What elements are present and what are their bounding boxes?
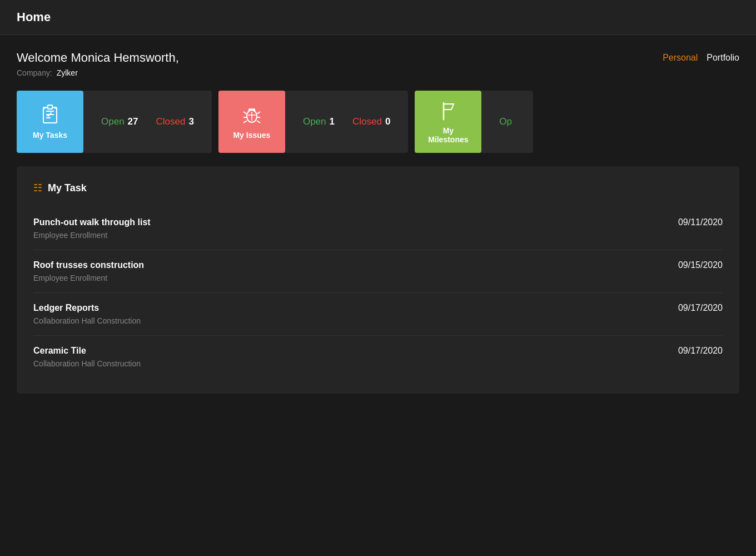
milestones-stats: Op — [481, 91, 533, 153]
task-info: Ledger Reports Collaboration Hall Constr… — [33, 303, 141, 325]
company-name: Zylker — [57, 68, 78, 77]
tasks-widget-label: My Tasks — [33, 131, 67, 140]
task-item[interactable]: Ceramic Tile Collaboration Hall Construc… — [33, 336, 723, 378]
my-milestones-icon-block: My Milestones — [415, 91, 481, 153]
personal-view-button[interactable]: Personal — [663, 53, 698, 63]
my-tasks-icon-block: My Tasks — [17, 91, 83, 153]
svg-line-10 — [243, 121, 247, 123]
svg-line-11 — [257, 121, 260, 123]
tasks-panel-header: ☷ My Task — [33, 182, 723, 194]
welcome-row: Welcome Monica Hemsworth, Company: Zylke… — [17, 51, 739, 77]
tasks-open-stat: Open 27 — [101, 116, 138, 127]
issues-closed-stat: Closed 0 — [352, 116, 390, 127]
milestones-widget-label: My Milestones — [424, 126, 472, 144]
issues-open-label: Open — [303, 116, 326, 127]
company-label: Company: — [17, 68, 52, 77]
milestones-open-label: Op — [499, 116, 512, 127]
svg-line-6 — [243, 112, 247, 114]
my-issues-widget[interactable]: My Issues Open 1 Closed 0 — [218, 91, 408, 153]
task-date: 09/15/2020 — [678, 260, 723, 270]
tasks-closed-label: Closed — [156, 116, 186, 127]
issues-open-stat: Open 1 — [303, 116, 335, 127]
welcome-greeting: Welcome Monica Hemsworth, — [17, 51, 179, 65]
task-name: Ledger Reports — [33, 303, 141, 313]
svg-line-7 — [257, 112, 260, 114]
svg-point-12 — [248, 108, 251, 111]
tasks-closed-stat: Closed 3 — [156, 116, 194, 127]
task-date: 09/17/2020 — [678, 346, 723, 356]
task-project: Employee Enrollment — [33, 274, 144, 282]
task-project: Collaboration Hall Construction — [33, 316, 141, 325]
page-title: Home — [17, 10, 51, 24]
task-info: Ceramic Tile Collaboration Hall Construc… — [33, 346, 141, 368]
issues-widget-label: My Issues — [233, 131, 270, 140]
issues-icon — [241, 104, 263, 126]
tasks-open-label: Open — [101, 116, 125, 127]
tasks-stats: Open 27 Closed 3 — [83, 91, 212, 153]
my-tasks-widget[interactable]: My Tasks Open 27 Closed 3 — [17, 91, 212, 153]
issues-open-count: 1 — [330, 116, 335, 127]
tasks-icon — [39, 104, 61, 126]
tasks-panel: ☷ My Task Punch-out walk through list Em… — [17, 166, 739, 394]
issues-closed-label: Closed — [352, 116, 382, 127]
my-issues-icon-block: My Issues — [218, 91, 285, 153]
task-name: Punch-out walk through list — [33, 217, 151, 227]
task-name: Ceramic Tile — [33, 346, 141, 356]
task-info: Roof trusses construction Employee Enrol… — [33, 260, 144, 282]
my-milestones-widget[interactable]: My Milestones Op — [415, 91, 533, 153]
task-name: Roof trusses construction — [33, 260, 144, 270]
company-row: Company: Zylker — [17, 68, 179, 77]
grid-dots-icon: ☷ — [33, 182, 42, 194]
welcome-info: Welcome Monica Hemsworth, Company: Zylke… — [17, 51, 179, 77]
header: Home — [0, 0, 756, 35]
tasks-panel-title: My Task — [48, 182, 87, 194]
svg-rect-4 — [48, 105, 52, 109]
svg-point-13 — [253, 108, 255, 111]
portfolio-view-button[interactable]: Portfolio — [707, 53, 739, 63]
task-project: Collaboration Hall Construction — [33, 359, 141, 368]
main-content: Welcome Monica Hemsworth, Company: Zylke… — [0, 35, 756, 409]
milestones-icon — [437, 100, 459, 122]
task-date: 09/11/2020 — [678, 217, 723, 227]
cards-row: My Tasks Open 27 Closed 3 — [17, 91, 739, 153]
task-project: Employee Enrollment — [33, 231, 151, 240]
issues-stats: Open 1 Closed 0 — [285, 91, 408, 153]
task-item[interactable]: Ledger Reports Collaboration Hall Constr… — [33, 293, 723, 336]
tasks-open-count: 27 — [128, 116, 138, 127]
milestones-open-stat: Op — [499, 116, 515, 127]
view-toggle: Personal Portfolio — [663, 51, 739, 63]
issues-closed-count: 0 — [385, 116, 390, 127]
task-item[interactable]: Punch-out walk through list Employee Enr… — [33, 207, 723, 250]
task-date: 09/17/2020 — [678, 303, 723, 313]
task-item[interactable]: Roof trusses construction Employee Enrol… — [33, 250, 723, 293]
task-info: Punch-out walk through list Employee Enr… — [33, 217, 151, 240]
tasks-closed-count: 3 — [188, 116, 193, 127]
